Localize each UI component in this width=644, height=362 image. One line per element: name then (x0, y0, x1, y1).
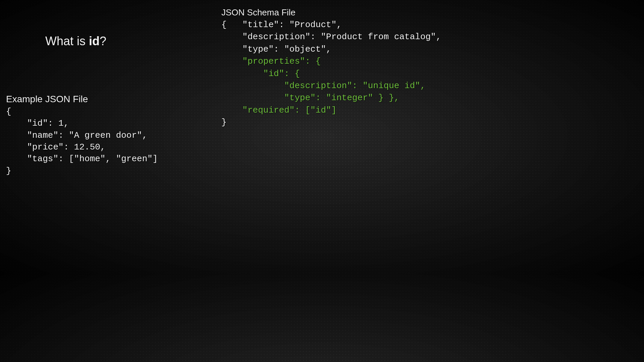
code-line-highlight: "required": ["id"] (221, 105, 336, 115)
code-line: } (6, 166, 11, 176)
code-line: "type": "object", (221, 44, 331, 54)
code-line-highlight: "type": "integer" } }, (221, 93, 399, 103)
code-line: } (221, 117, 227, 127)
code-line: "tags": ["home", "green"] (6, 154, 158, 164)
code-line-highlight: "description": "unique id", (221, 81, 426, 91)
code-line: "description": "Product from catalog", (221, 32, 441, 42)
slide-title: What is id? (45, 34, 106, 48)
example-json-heading: Example JSON File (6, 94, 88, 105)
title-suffix: ? (100, 34, 106, 48)
code-line-highlight: "properties": { (221, 56, 321, 66)
title-prefix: What is (45, 34, 89, 48)
code-line: "name": "A green door", (6, 130, 147, 140)
code-line: "id": 1, (6, 118, 69, 128)
code-line: { "title": "Product", (221, 20, 342, 30)
json-schema-heading: JSON Schema File (221, 7, 296, 18)
code-line: "price": 12.50, (6, 142, 105, 152)
title-bold-term: id (89, 34, 100, 48)
code-line: { (6, 107, 11, 117)
example-json-code: { "id": 1, "name": "A green door", "pric… (6, 106, 158, 177)
json-schema-code: { "title": "Product", "description": "Pr… (221, 19, 441, 129)
code-line-highlight: "id": { (221, 69, 300, 79)
